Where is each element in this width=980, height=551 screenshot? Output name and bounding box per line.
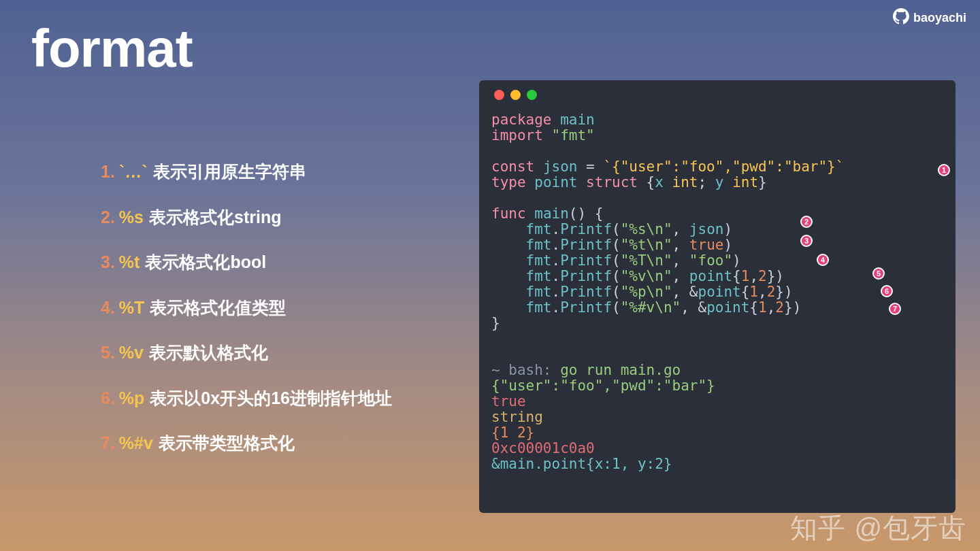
window-controls [494,90,943,100]
github-icon [893,8,909,28]
bullet-number: 5. [101,341,115,364]
zoom-icon [527,90,537,100]
bullet-highlight: %s [119,206,144,229]
close-icon [494,90,504,100]
bullet-highlight: %#v [119,432,153,454]
github-badge: baoyachi [893,8,966,28]
bullet-item: 2.%s表示格式化string [101,206,448,229]
bullet-text: 表示格式化string [149,206,281,229]
bullet-text: 表示引用原生字符串 [153,161,306,183]
annotation-badge: 7 [889,303,901,315]
bullet-text: 表示以0x开头的16进制指针地址 [150,387,392,410]
bullet-list: 1.`…`表示引用原生字符串2.%s表示格式化string3.%t表示格式化bo… [101,161,448,478]
minimize-icon [510,90,521,100]
code-window: package main import "fmt" const json = `… [479,80,956,513]
bullet-text: 表示格式化bool [145,251,266,273]
bullet-number: 2. [101,206,115,229]
code-content: package main import "fmt" const json = `… [491,112,943,472]
github-username: baoyachi [913,11,966,25]
bullet-highlight: %T [119,297,145,319]
bullet-number: 4. [101,297,115,319]
bullet-highlight: `…` [119,161,148,183]
bullet-item: 7.%#v表示带类型格式化 [101,432,448,454]
bullet-item: 1.`…`表示引用原生字符串 [101,161,448,183]
annotation-badge: 3 [800,235,813,247]
bullet-highlight: %v [119,341,144,364]
watermark: 知乎 @包牙齿 [790,510,966,547]
annotation-badge: 6 [881,285,893,297]
bullet-item: 6.%p表示以0x开头的16进制指针地址 [101,387,448,410]
bullet-text: 表示格式化值类型 [150,297,286,319]
bullet-item: 3.%t表示格式化bool [101,251,448,273]
bullet-highlight: %p [119,387,145,410]
annotation-badge: 1 [938,164,950,176]
annotation-badge: 4 [817,254,829,266]
annotation-badge: 2 [800,216,813,228]
bullet-item: 5.%v表示默认格式化 [101,341,448,364]
bullet-item: 4.%T表示格式化值类型 [101,297,448,319]
bullet-number: 7. [101,432,115,454]
annotation-badge: 5 [872,267,885,280]
slide-title: format [31,18,193,80]
bullet-number: 6. [101,387,115,410]
bullet-text: 表示默认格式化 [149,341,268,364]
bullet-number: 1. [101,161,115,183]
bullet-number: 3. [101,251,115,273]
bullet-highlight: %t [119,251,140,273]
bullet-text: 表示带类型格式化 [159,432,295,454]
